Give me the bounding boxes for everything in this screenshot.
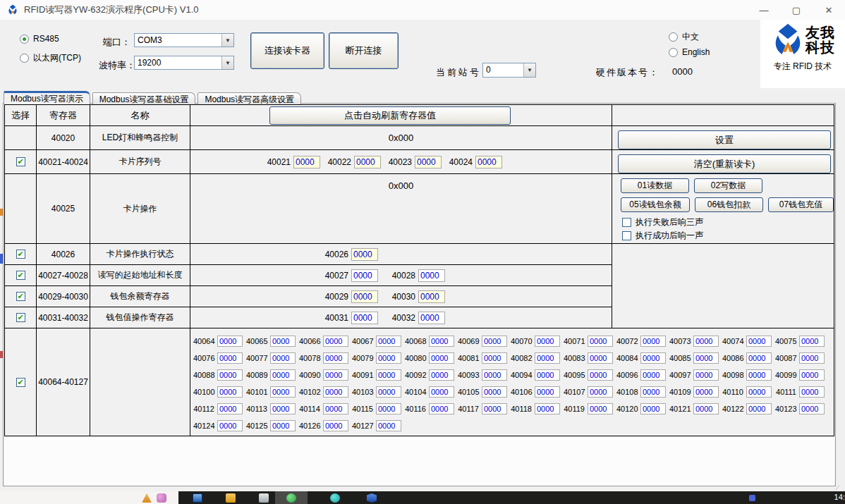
maximize-icon[interactable]: ▢	[780, 0, 813, 20]
taskbar-icon-green-app[interactable]	[286, 493, 296, 503]
card-op-button-01读数据[interactable]: 01读数据	[621, 178, 689, 193]
register-value-input[interactable]	[482, 403, 507, 414]
register-value-input[interactable]	[217, 386, 243, 398]
register-value-input[interactable]	[640, 403, 666, 414]
card-op-button-05读钱包余额[interactable]: 05读钱包余额	[621, 197, 690, 212]
unchecked-checkbox-icon[interactable]	[622, 218, 631, 227]
register-value-input[interactable]	[693, 336, 719, 347]
tab-Modbus读写器基础设置[interactable]: Modbus读写器基础设置	[92, 92, 196, 104]
card-op-button-02写数据[interactable]: 02写数据	[694, 178, 762, 193]
taskbar-icon-blue-app[interactable]	[367, 493, 377, 503]
register-value-input[interactable]	[588, 403, 613, 414]
register-value-input[interactable]	[270, 369, 296, 381]
register-value-input[interactable]	[217, 336, 243, 347]
register-value-input[interactable]	[418, 312, 445, 324]
register-value-input[interactable]	[482, 336, 507, 347]
resize-grip[interactable]: ⟋	[835, 485, 842, 491]
connect-reader-button[interactable]: 连接读卡器	[250, 32, 324, 69]
register-value-input[interactable]	[475, 156, 502, 168]
checked-checkbox-icon[interactable]	[16, 250, 25, 259]
register-value-input[interactable]	[799, 336, 825, 347]
register-value-input[interactable]	[217, 420, 243, 431]
register-value-input[interactable]	[535, 386, 560, 398]
register-value-input[interactable]	[270, 420, 296, 431]
register-value-input[interactable]	[418, 269, 445, 282]
taskbar-icon-teal-app[interactable]	[330, 493, 340, 503]
checked-checkbox-icon[interactable]	[16, 378, 25, 387]
register-value-input[interactable]	[640, 386, 666, 398]
beep-option-执行失败后响三声[interactable]: 执行失败后响三声	[622, 216, 703, 228]
conn-mode-radio-RS485[interactable]: RS485	[20, 34, 59, 44]
register-value-input[interactable]	[535, 336, 560, 347]
register-value-input[interactable]	[640, 369, 666, 381]
station-select[interactable]: 0 ▼	[482, 63, 536, 78]
register-value-input[interactable]	[799, 369, 825, 381]
register-value-input[interactable]	[746, 336, 772, 347]
conn-mode-radio-以太网(TCP)[interactable]: 以太网(TCP)	[20, 52, 81, 64]
register-value-input[interactable]	[270, 352, 296, 364]
register-value-input[interactable]	[640, 336, 666, 347]
taskbar-icon-file[interactable]	[259, 493, 269, 503]
register-value-input[interactable]	[746, 369, 772, 381]
checked-checkbox-icon[interactable]	[16, 292, 25, 301]
clear-reread-button[interactable]: 清空(重新读卡)	[618, 154, 831, 173]
set-button[interactable]: 设置	[618, 130, 831, 149]
chevron-down-icon[interactable]: ▼	[221, 56, 233, 69]
register-value-input[interactable]	[693, 403, 719, 414]
register-value-input[interactable]	[270, 403, 296, 414]
register-value-input[interactable]	[746, 352, 772, 364]
register-value-input[interactable]	[535, 369, 560, 381]
register-value-input[interactable]	[799, 352, 825, 364]
tab-Modbus读写器演示[interactable]: Modbus读写器演示	[4, 91, 90, 104]
taskbar-icon-orange[interactable]	[142, 493, 152, 503]
disconnect-button[interactable]: 断开连接	[329, 32, 399, 69]
beep-option-执行成功后响一声[interactable]: 执行成功后响一声	[622, 230, 703, 242]
register-value-input[interactable]	[799, 386, 825, 398]
register-value-input[interactable]	[429, 403, 454, 414]
register-value-input[interactable]	[746, 403, 772, 414]
chevron-down-icon[interactable]: ▼	[221, 34, 233, 47]
register-value-input[interactable]	[482, 352, 507, 364]
register-value-input[interactable]	[799, 403, 825, 414]
auto-refresh-button[interactable]: 点击自动刷新寄存器值	[269, 106, 511, 125]
register-value-input[interactable]	[323, 336, 348, 347]
chevron-down-icon[interactable]: ▼	[523, 63, 535, 77]
register-value-input[interactable]	[429, 352, 454, 364]
register-value-input[interactable]	[693, 386, 719, 398]
register-value-input[interactable]	[270, 336, 296, 347]
taskbar-icon-pink[interactable]	[157, 493, 166, 503]
port-select[interactable]: COM3 ▼	[134, 33, 234, 47]
register-value-input[interactable]	[535, 352, 560, 364]
card-op-button-06钱包扣款[interactable]: 06钱包扣款	[695, 197, 763, 212]
register-value-input[interactable]	[418, 290, 445, 303]
register-value-input[interactable]	[270, 386, 296, 398]
register-value-input[interactable]	[376, 420, 401, 431]
card-op-button-07钱包充值[interactable]: 07钱包充值	[768, 197, 834, 212]
register-value-input[interactable]	[217, 369, 243, 381]
register-value-input[interactable]	[323, 352, 348, 364]
close-icon[interactable]: ✕	[813, 0, 845, 20]
register-value-input[interactable]	[693, 352, 719, 364]
register-value-input[interactable]	[746, 386, 772, 398]
register-value-input[interactable]	[429, 369, 454, 381]
taskbar-icon-folder[interactable]	[226, 493, 236, 503]
register-value-input[interactable]	[323, 403, 348, 414]
register-value-input[interactable]	[588, 336, 613, 347]
register-value-input[interactable]	[482, 369, 507, 381]
checked-checkbox-icon[interactable]	[16, 157, 25, 166]
register-value-input[interactable]	[535, 403, 560, 414]
register-value-input[interactable]	[376, 403, 401, 414]
register-value-input[interactable]	[640, 352, 666, 364]
unchecked-checkbox-icon[interactable]	[622, 231, 631, 240]
register-value-input[interactable]	[323, 369, 348, 381]
register-value-input[interactable]	[376, 386, 401, 398]
register-value-input[interactable]	[693, 369, 719, 381]
register-value-input[interactable]	[351, 269, 378, 282]
checked-checkbox-icon[interactable]	[16, 271, 25, 280]
register-value-input[interactable]	[217, 352, 243, 364]
register-value-input[interactable]	[415, 156, 442, 168]
register-value-input[interactable]	[376, 352, 401, 364]
register-value-input[interactable]	[354, 156, 381, 168]
register-value-input[interactable]	[293, 156, 320, 168]
baud-select[interactable]: 19200 ▼	[134, 56, 234, 70]
